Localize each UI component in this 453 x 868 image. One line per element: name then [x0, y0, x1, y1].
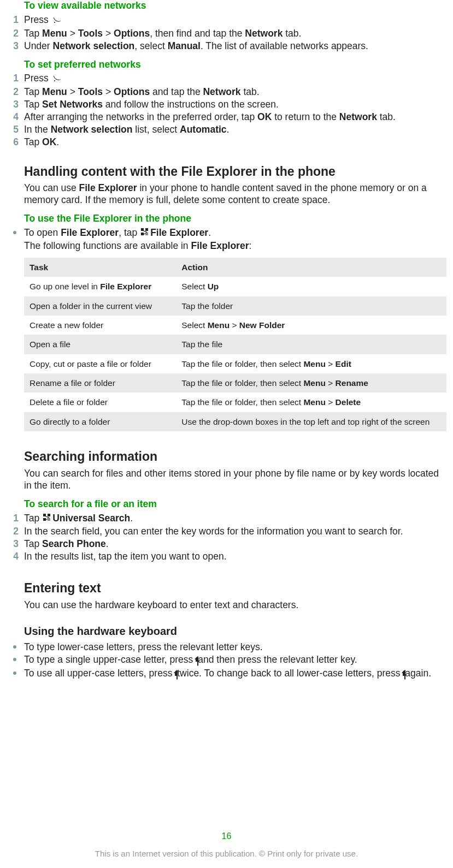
step-number: 3 [10, 40, 19, 52]
table-cell-task: Copy, cut or paste a file or folder [24, 354, 176, 373]
list-view-networks: 1Press .2Tap Menu > Tools > Options, the… [21, 14, 443, 52]
table-header-action: Action [176, 258, 446, 277]
step-number: 5 [10, 124, 19, 136]
step-content: Tap Menu > Tools > Options and tap the N… [24, 86, 443, 98]
step-content: Press . [24, 14, 443, 27]
table-cell-action: Tap the file or folder, then select Menu… [176, 393, 446, 412]
list-item: 4After arranging the networks in the pre… [21, 111, 443, 123]
step-number: 3 [10, 99, 19, 111]
table-cell-action: Tap the folder [176, 296, 446, 316]
list-item: To type a single upper-case letter, pres… [21, 654, 443, 668]
table-cell-task: Go directly to a folder [24, 412, 176, 431]
table-row: Create a new folderSelect Menu > New Fol… [24, 316, 446, 335]
table-cell-task: Open a folder in the current view [24, 296, 176, 316]
list-item: To type lower-case letters, press the re… [21, 641, 443, 653]
table-cell-action: Tap the file or folder, then select Menu… [176, 373, 446, 393]
step-number: 2 [10, 526, 19, 538]
step-content: Tap > Universal Search. [24, 513, 443, 526]
list-item: 1Press . [21, 14, 443, 27]
heading-set-preferred: To set preferred networks [21, 59, 443, 71]
paragraph-searching-intro: You can search for files and other items… [24, 468, 443, 492]
list-item: 1Press . [21, 73, 443, 86]
step-content: In the results list, tap the item you wa… [24, 551, 443, 563]
table-header-task: Task [24, 258, 176, 277]
table-row: Go up one level in File ExplorerSelect U… [24, 277, 446, 296]
heading-search-file: To search for a file or an item [21, 498, 443, 510]
step-content: To type lower-case letters, press the re… [24, 641, 443, 653]
list-item: 2Tap Menu > Tools > Options and tap the … [21, 86, 443, 98]
table-row: Rename a file or folderTap the file or f… [24, 373, 446, 393]
table-row: Delete a file or folderTap the file or f… [24, 393, 446, 412]
table-cell-action: Use the drop-down boxes in the top left … [176, 412, 446, 431]
table-body: Go up one level in File ExplorerSelect U… [24, 277, 446, 431]
list-item: 3Tap Set Networks and follow the instruc… [21, 99, 443, 111]
table-row: Open a fileTap the file [24, 335, 446, 354]
step-content: Tap Set Networks and follow the instruct… [24, 99, 443, 111]
table-cell-task: Rename a file or folder [24, 373, 176, 393]
bullet-marker [13, 658, 16, 661]
step-content: Tap Search Phone. [24, 538, 443, 550]
list-item: 3Under Network selection, select Manual.… [21, 40, 443, 52]
bullet-marker [13, 645, 16, 649]
page: To view available networks 1Press .2Tap … [0, 0, 453, 868]
bullet-marker [13, 231, 16, 234]
table-cell-action: Tap the file [176, 335, 446, 354]
heading-hardware-keyboard: Using the hardware keyboard [21, 625, 443, 638]
list-item: 3Tap Search Phone. [21, 538, 443, 550]
table-cell-action: Tap the file or folder, then select Menu… [176, 354, 446, 373]
step-content: Press . [24, 73, 443, 86]
heading-entering-text: Entering text [21, 580, 443, 596]
list-item: To open File Explorer, tap > File Explor… [21, 227, 443, 252]
table-cell-task: Go up one level in File Explorer [24, 277, 176, 296]
table-row: Open a folder in the current viewTap the… [24, 296, 446, 316]
table-row: Go directly to a folderUse the drop-down… [24, 412, 446, 431]
list-item: 6Tap OK. [21, 136, 443, 148]
step-content: In the search field, you can enter the k… [24, 526, 443, 538]
heading-view-networks: To view available networks [21, 0, 443, 12]
list-item: 1Tap > Universal Search. [21, 513, 443, 526]
step-content: Tap OK. [24, 136, 443, 148]
table-row: Copy, cut or paste a file or folderTap t… [24, 354, 446, 373]
heading-file-explorer: Handling content with the File Explorer … [21, 164, 443, 180]
step-number: 2 [10, 28, 19, 40]
step-content: In the Network selection list, select Au… [24, 124, 443, 136]
bullet-content: To open File Explorer, tap > File Explor… [24, 227, 443, 252]
table-cell-action: Select Up [176, 277, 446, 296]
list-search: 1Tap > Universal Search.2In the search f… [21, 513, 443, 563]
step-content: Under Network selection, select Manual. … [24, 40, 443, 52]
list-set-preferred: 1Press .2Tap Menu > Tools > Options and … [21, 73, 443, 148]
step-number: 4 [10, 551, 19, 563]
step-number: 1 [10, 14, 19, 26]
page-number: 16 [0, 831, 453, 842]
heading-searching: Searching information [21, 449, 443, 465]
bullet-marker [13, 671, 16, 675]
step-content: To use all upper-case letters, press twi… [24, 668, 443, 681]
step-number: 3 [10, 538, 19, 550]
table-cell-task: Create a new folder [24, 316, 176, 335]
list-item: 2In the search field, you can enter the … [21, 526, 443, 538]
list-item: To use all upper-case letters, press twi… [21, 668, 443, 681]
list-item: 4In the results list, tap the item you w… [21, 551, 443, 563]
step-content: To type a single upper-case letter, pres… [24, 654, 443, 668]
heading-use-file-explorer: To use the File Explorer in the phone [21, 213, 443, 225]
page-footer: This is an Internet version of this publ… [0, 849, 453, 859]
list-item: 2Tap Menu > Tools > Options, then find a… [21, 28, 443, 40]
step-number: 4 [10, 111, 19, 123]
content: To view available networks 1Press .2Tap … [5, 0, 448, 681]
step-number: 1 [10, 73, 19, 85]
paragraph-file-explorer-intro: You can use File Explorer in your phone … [24, 182, 443, 206]
step-content: Tap Menu > Tools > Options, then find an… [24, 28, 443, 40]
list-file-explorer-bullet: To open File Explorer, tap > File Explor… [21, 227, 443, 252]
list-item: 5In the Network selection list, select A… [21, 124, 443, 136]
step-number: 6 [10, 136, 19, 148]
table-cell-task: Delete a file or folder [24, 393, 176, 412]
table-cell-action: Select Menu > New Folder [176, 316, 446, 335]
step-content: After arranging the networks in the pref… [24, 111, 443, 123]
table-cell-task: Open a file [24, 335, 176, 354]
paragraph-entering-text-intro: You can use the hardware keyboard to ent… [24, 599, 443, 611]
step-number: 1 [10, 513, 19, 525]
table-header-row: Task Action [24, 258, 446, 277]
step-number: 2 [10, 86, 19, 98]
list-hardware-keyboard: To type lower-case letters, press the re… [21, 641, 443, 682]
table-file-explorer: Task Action Go up one level in File Expl… [24, 258, 446, 431]
